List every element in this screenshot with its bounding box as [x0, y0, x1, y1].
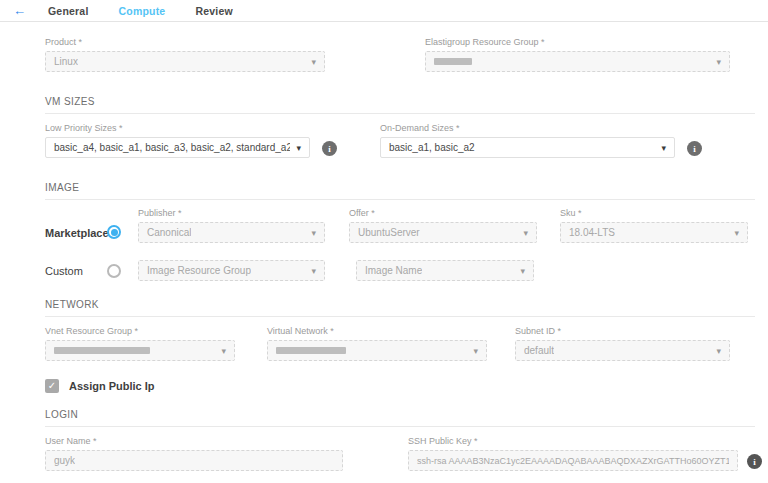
image-section-title: IMAGE: [45, 182, 755, 200]
login-row: User Name * guyk SSH Public Key * ssh-rs…: [45, 436, 768, 471]
assign-public-ip-checkbox: ✓: [45, 379, 59, 393]
vnet-rg-label: Vnet Resource Group *: [45, 326, 235, 336]
image-name-placeholder: Image Name: [365, 265, 422, 276]
chevron-down-icon: ▾: [311, 228, 316, 238]
publisher-field: Publisher * Canonical ▾: [138, 208, 325, 243]
subnet-id-value: default: [524, 345, 554, 356]
image-resource-group-select: Image Resource Group ▾: [138, 260, 325, 281]
subnet-id-field: Subnet ID * default ▾: [515, 326, 730, 361]
chevron-down-icon: ▾: [520, 266, 525, 276]
chevron-down-icon: ▾: [734, 228, 739, 238]
marketplace-radio[interactable]: [107, 225, 121, 239]
ssh-public-key-input: ssh-rsa AAAAB3NzaC1yc2EAAAADAQABAAABAQDX…: [408, 450, 738, 471]
sku-select: 18.04-LTS ▾: [560, 222, 748, 243]
publisher-label: Publisher *: [138, 208, 325, 218]
chevron-down-icon: ▾: [661, 143, 666, 153]
on-demand-sizes-value: basic_a1, basic_a2: [389, 142, 475, 153]
publisher-select: Canonical ▾: [138, 222, 325, 243]
product-row: Product * Linux ▾ Elastigroup Resource G…: [45, 37, 768, 72]
vnet-rg-select: ▾: [45, 340, 235, 361]
subnet-id-select: default ▾: [515, 340, 730, 361]
on-demand-sizes-field: On-Demand Sizes * basic_a1, basic_a2 ▾: [380, 123, 675, 158]
back-arrow-icon[interactable]: ←: [13, 4, 26, 17]
virtual-network-label: Virtual Network *: [267, 326, 487, 336]
elastigroup-rg-label: Elastigroup Resource Group *: [425, 37, 730, 47]
marketplace-option-label: Marketplace: [45, 227, 107, 239]
ssh-public-key-label: SSH Public Key *: [408, 436, 738, 446]
vm-sizes-row: Low Priority Sizes * basic_a4, basic_a1,…: [45, 123, 768, 158]
virtual-network-select: ▾: [267, 340, 487, 361]
redacted-value: [276, 347, 346, 354]
custom-option-label: Custom: [45, 265, 107, 277]
assign-public-ip-label: Assign Public Ip: [69, 380, 155, 392]
check-icon: ✓: [48, 380, 56, 391]
vm-sizes-section-title: VM SIZES: [45, 96, 755, 114]
network-row: Vnet Resource Group * ▾ Virtual Network …: [45, 326, 768, 361]
info-icon[interactable]: i: [687, 141, 702, 156]
redacted-value: [434, 58, 472, 65]
on-demand-sizes-select[interactable]: basic_a1, basic_a2 ▾: [380, 137, 675, 158]
login-section-title: LOGIN: [45, 409, 755, 427]
chevron-down-icon: ▾: [473, 346, 478, 356]
offer-select: UbuntuServer ▾: [349, 222, 537, 243]
network-section-title: NETWORK: [45, 299, 755, 317]
offer-field: Offer * UbuntuServer ▾: [349, 208, 537, 243]
chevron-down-icon: ▾: [523, 228, 528, 238]
chevron-down-icon: ▾: [716, 346, 721, 356]
image-resource-group-placeholder: Image Resource Group: [147, 265, 251, 276]
image-name-select: Image Name ▾: [356, 260, 534, 281]
user-name-field: User Name * guyk: [45, 436, 343, 471]
user-name-value: guyk: [54, 455, 75, 466]
product-label: Product *: [45, 37, 325, 47]
low-priority-sizes-select[interactable]: basic_a4, basic_a1, basic_a3, basic_a2, …: [45, 137, 310, 158]
low-priority-sizes-value: basic_a4, basic_a1, basic_a3, basic_a2, …: [54, 142, 290, 153]
product-value: Linux: [54, 56, 78, 67]
tab-review[interactable]: Review: [195, 5, 232, 17]
wizard-tab-bar: ← General Compute Review: [0, 0, 768, 22]
user-name-label: User Name *: [45, 436, 343, 446]
sku-label: Sku *: [560, 208, 748, 218]
chevron-down-icon: ▾: [311, 57, 316, 67]
virtual-network-field: Virtual Network * ▾: [267, 326, 487, 361]
custom-radio[interactable]: [107, 264, 121, 278]
marketplace-row: Marketplace Publisher * Canonical ▾ Offe…: [45, 208, 768, 243]
low-priority-sizes-field: Low Priority Sizes * basic_a4, basic_a1,…: [45, 123, 310, 158]
chevron-down-icon: ▾: [221, 346, 226, 356]
info-icon[interactable]: i: [322, 141, 337, 156]
low-priority-sizes-label: Low Priority Sizes *: [45, 123, 310, 133]
product-field: Product * Linux ▾: [45, 37, 325, 72]
subnet-id-label: Subnet ID *: [515, 326, 730, 336]
offer-value: UbuntuServer: [358, 227, 420, 238]
ssh-public-key-value: ssh-rsa AAAAB3NzaC1yc2EAAAADAQABAAABAQDX…: [417, 456, 729, 466]
product-select: Linux ▾: [45, 51, 325, 72]
vnet-rg-field: Vnet Resource Group * ▾: [45, 326, 235, 361]
info-icon[interactable]: i: [747, 454, 762, 469]
chevron-down-icon: ▾: [296, 143, 301, 153]
elastigroup-rg-field: Elastigroup Resource Group * ▾: [425, 37, 730, 72]
on-demand-sizes-label: On-Demand Sizes *: [380, 123, 675, 133]
tab-general[interactable]: General: [48, 5, 89, 17]
ssh-public-key-field: SSH Public Key * ssh-rsa AAAAB3NzaC1yc2E…: [408, 436, 738, 471]
sku-value: 18.04-LTS: [569, 227, 615, 238]
tab-compute[interactable]: Compute: [119, 5, 166, 17]
custom-row: Custom Image Resource Group ▾ Image Name…: [45, 260, 768, 281]
elastigroup-rg-select: ▾: [425, 51, 730, 72]
assign-public-ip-row: ✓ Assign Public Ip: [45, 379, 768, 393]
sku-field: Sku * 18.04-LTS ▾: [560, 208, 748, 243]
chevron-down-icon: ▾: [311, 266, 316, 276]
offer-label: Offer *: [349, 208, 537, 218]
redacted-value: [54, 347, 150, 354]
chevron-down-icon: ▾: [716, 57, 721, 67]
publisher-value: Canonical: [147, 227, 191, 238]
user-name-input: guyk: [45, 450, 343, 471]
